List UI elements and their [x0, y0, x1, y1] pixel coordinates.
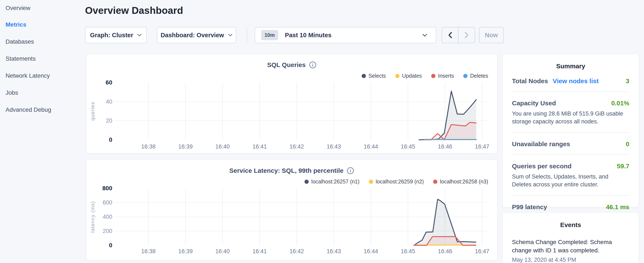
chevron-down-icon [422, 34, 427, 37]
chevron-down-icon [228, 34, 232, 37]
summary-row-subtext: Sum of Selects, Updates, Inserts, and De… [512, 173, 629, 188]
x-tick-label: 16:45 [401, 143, 415, 150]
view-nodes-list-link[interactable]: View nodes list [552, 78, 598, 85]
y-tick-label: 0 [109, 136, 112, 143]
x-tick-label: 16:38 [141, 143, 156, 150]
y-tick-label: 200 [103, 228, 112, 234]
x-tick-label: 16:43 [326, 143, 341, 150]
x-tick-label: 16:44 [364, 143, 378, 150]
summary-row-label: Capacity Used [512, 100, 556, 107]
event-timestamp: May 13, 2020 at 4:45 PM [512, 256, 629, 263]
summary-row: Total NodesView nodes list3 [512, 78, 629, 85]
summary-row-subtext: You are using 28.6 MiB of 515.9 GiB usab… [512, 110, 629, 126]
y-tick-label: 40 [106, 99, 112, 105]
y-tick-label: 400 [103, 214, 112, 220]
events-panel: Events Schema Change Completed: Schema c… [502, 212, 639, 263]
service-latency-chart[interactable]: 16:3816:3916:4016:4116:4216:4316:4416:45… [86, 160, 498, 260]
x-tick-label: 16:43 [326, 248, 341, 254]
x-tick-label: 16:47 [475, 248, 490, 254]
sidebar-item-statements[interactable]: Statements [6, 50, 83, 67]
summary-row-value: 3 [626, 78, 629, 85]
x-tick-label: 16:46 [438, 248, 452, 254]
page-title: Overview Dashboard [85, 5, 183, 16]
x-tick-label: 16:42 [290, 248, 304, 254]
y-tick-label: 800 [102, 185, 112, 191]
events-title: Events [502, 213, 639, 228]
sidebar-item-databases[interactable]: Databases [6, 33, 83, 50]
time-range-badge: 10m [261, 30, 278, 40]
x-tick-label: 16:47 [475, 143, 490, 150]
summary-divider [512, 92, 629, 92]
sidebar: OverviewMetricsDatabasesStatementsNetwor… [0, 0, 83, 118]
summary-divider [512, 132, 629, 133]
next-time-button[interactable] [458, 28, 475, 43]
y-tick-label: 600 [103, 199, 112, 206]
y-axis-label: queries [90, 102, 96, 121]
x-tick-label: 16:38 [141, 248, 156, 254]
x-tick-label: 16:39 [178, 143, 193, 150]
chevron-right-icon [464, 32, 470, 39]
summary-row-label: Queries per second [512, 163, 572, 170]
graph-selector-label: Graph: Cluster [90, 32, 133, 39]
event-message: Schema Change Completed: Schema change w… [512, 238, 629, 254]
service-latency-chart-card: Service Latency: SQL, 99th percentile lo… [86, 160, 497, 260]
sidebar-item-advanced-debug[interactable]: Advanced Debug [6, 101, 83, 118]
summary-row-label: Unavailable ranges [512, 140, 570, 148]
summary-row-value: 46.1 ms [606, 203, 629, 211]
sidebar-item-jobs[interactable]: Jobs [6, 84, 83, 101]
y-tick-label: 60 [106, 79, 112, 86]
chevron-left-icon [447, 32, 453, 39]
sidebar-item-overview[interactable]: Overview [6, 0, 83, 16]
dashboard-selector-dropdown[interactable]: Dashboard: Overview [157, 27, 236, 43]
summary-row-value: 59.7 [617, 163, 629, 170]
summary-row: P99 latency46.1 ms [512, 203, 629, 211]
summary-title: Summary [502, 54, 639, 70]
summary-divider [512, 154, 629, 155]
summary-row-label: P99 latency [512, 203, 547, 211]
time-range-dropdown[interactable]: 10m Past 10 Minutes [255, 27, 436, 43]
x-tick-label: 16:45 [401, 248, 415, 254]
x-tick-label: 16:40 [216, 143, 230, 150]
x-tick-label: 16:39 [178, 248, 193, 254]
summary-panel: Summary Total NodesView nodes list3Capac… [502, 54, 639, 207]
x-tick-label: 16:44 [364, 248, 378, 254]
y-tick-label: 0 [109, 242, 112, 248]
x-tick-label: 16:42 [290, 143, 304, 150]
sql-queries-chart[interactable]: 16:3816:3916:4016:4116:4216:4316:4416:45… [86, 54, 498, 154]
graph-selector-dropdown[interactable]: Graph: Cluster [85, 27, 147, 43]
summary-divider [512, 195, 629, 196]
sidebar-item-metrics[interactable]: Metrics [6, 16, 83, 33]
x-tick-label: 16:41 [252, 248, 267, 254]
x-tick-label: 16:46 [438, 143, 452, 150]
y-axis-label: latency (ms) [90, 201, 96, 233]
toolbar-divider [247, 28, 247, 43]
summary-row-value: 0.01% [611, 100, 629, 107]
summary-row: Queries per second59.7 [512, 163, 629, 170]
now-button-label: Now [485, 32, 498, 39]
overview-dashboard-page: { "page": { "background": "#f5f7fa", "ac… [0, 0, 644, 263]
x-tick-label: 16:41 [252, 143, 267, 150]
time-step-buttons [442, 27, 475, 43]
sidebar-item-network-latency[interactable]: Network Latency [6, 67, 83, 84]
summary-row: Unavailable ranges0 [512, 140, 629, 148]
summary-row: Capacity Used0.01% [512, 100, 629, 107]
summary-row-value: 0 [626, 140, 629, 148]
prev-time-button[interactable] [442, 28, 458, 43]
now-button[interactable]: Now [479, 27, 504, 43]
dashboard-selector-label: Dashboard: Overview [160, 32, 224, 39]
time-range-label: Past 10 Minutes [285, 32, 332, 39]
summary-row-label: Total Nodes [512, 78, 548, 85]
chevron-down-icon [137, 34, 142, 37]
x-tick-label: 16:40 [216, 248, 230, 254]
sql-queries-chart-card: SQL Queries SelectsUpdatesInsertsDeletes… [86, 54, 497, 153]
y-tick-label: 20 [106, 117, 112, 124]
